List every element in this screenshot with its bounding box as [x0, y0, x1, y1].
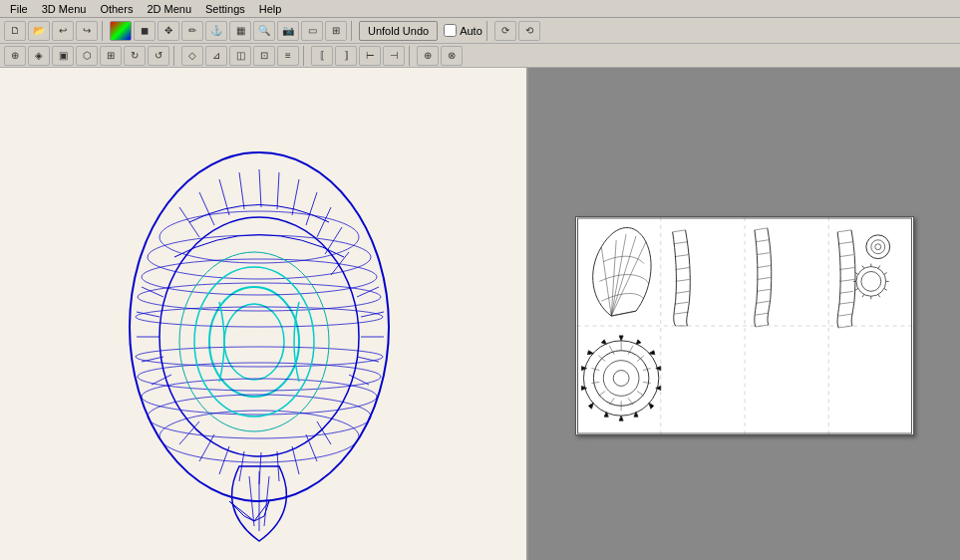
main-area [0, 68, 960, 560]
svg-line-24 [152, 375, 171, 385]
svg-line-66 [675, 291, 689, 293]
toolbar-row-1: 🗋 📂 ↩ ↪ ◼ ✥ ✏ ⚓ ▦ 🔍 📷 ▭ ⊞ Unfold Undo Au… [0, 18, 960, 44]
tb2-btn4[interactable]: ⬡ [76, 46, 98, 66]
svg-line-18 [357, 357, 379, 362]
svg-line-75 [756, 289, 770, 291]
tb2-btn18[interactable]: ⊗ [441, 46, 463, 66]
svg-line-104 [861, 266, 863, 269]
btn-cam[interactable]: 📷 [277, 21, 299, 41]
unfold-undo-button[interactable]: Unfold Undo [359, 21, 438, 41]
svg-line-119 [591, 382, 599, 383]
svg-point-47 [194, 267, 314, 417]
menu-help[interactable]: Help [253, 2, 288, 16]
sep2-2 [303, 46, 307, 66]
btn-undo[interactable]: ↩ [52, 21, 74, 41]
auto-checkbox[interactable] [444, 24, 457, 37]
3d-model-svg [100, 128, 419, 560]
tb2-btn12[interactable]: ≡ [277, 46, 299, 66]
sep2-3 [409, 46, 413, 66]
sep-2 [351, 21, 355, 41]
tb2-btn13[interactable]: ⟦ [311, 46, 333, 66]
menu-file[interactable]: File [4, 2, 34, 16]
svg-line-60 [611, 311, 636, 316]
svg-point-43 [160, 411, 359, 462]
btn-extra1[interactable]: ⟳ [494, 21, 516, 41]
svg-line-100 [861, 294, 863, 297]
btn-move[interactable]: ✥ [158, 21, 179, 41]
btn-extra2[interactable]: ⟲ [518, 21, 540, 41]
btn-rect[interactable]: ▭ [301, 21, 323, 41]
svg-line-72 [756, 253, 769, 255]
tb2-btn10[interactable]: ◫ [229, 46, 251, 66]
svg-line-56 [611, 240, 616, 316]
svg-point-36 [136, 307, 383, 327]
btn-select[interactable]: ▦ [229, 21, 251, 41]
viewport-2d[interactable] [528, 68, 960, 560]
tb2-btn11[interactable]: ⊡ [253, 46, 275, 66]
svg-line-25 [179, 421, 199, 444]
svg-line-101 [854, 288, 857, 290]
svg-line-80 [838, 242, 852, 244]
svg-line-8 [259, 169, 261, 207]
menu-3d[interactable]: 3D Menu [36, 2, 93, 16]
svg-point-88 [865, 235, 889, 259]
svg-line-114 [636, 391, 643, 396]
svg-line-63 [674, 255, 688, 257]
svg-point-41 [136, 347, 383, 367]
menu-2d[interactable]: 2D Menu [141, 2, 197, 16]
svg-line-94 [877, 266, 879, 269]
tb2-btn17[interactable]: ⊕ [417, 46, 439, 66]
tb2-btn7[interactable]: ↺ [148, 46, 169, 66]
btn-grid[interactable]: ⊞ [325, 21, 347, 41]
svg-line-62 [673, 242, 687, 244]
svg-line-86 [838, 314, 852, 316]
auto-checkbox-group: Auto [444, 24, 482, 37]
tb2-btn5[interactable]: ⊞ [100, 46, 122, 66]
auto-label: Auto [460, 25, 482, 37]
svg-point-89 [870, 240, 884, 254]
svg-line-97 [883, 288, 886, 290]
btn-zoom[interactable]: 🔍 [253, 21, 275, 41]
svg-line-76 [756, 301, 769, 303]
tb2-btn1[interactable]: ⊕ [4, 46, 26, 66]
svg-point-107 [603, 361, 639, 397]
btn-shape[interactable]: ◼ [134, 21, 156, 41]
tb2-btn15[interactable]: ⊢ [359, 46, 381, 66]
tb2-btn16[interactable]: ⊣ [383, 46, 405, 66]
tb2-btn2[interactable]: ◈ [28, 46, 50, 66]
svg-line-70 [754, 228, 767, 230]
svg-marker-50 [254, 501, 269, 521]
svg-point-37 [148, 235, 371, 279]
menu-others[interactable]: Others [94, 2, 139, 16]
viewport-3d[interactable] [0, 68, 528, 560]
menu-settings[interactable]: Settings [199, 2, 251, 16]
svg-line-77 [755, 313, 768, 315]
svg-line-23 [142, 357, 163, 362]
svg-point-38 [160, 211, 359, 263]
btn-pencil[interactable]: ✏ [181, 21, 203, 41]
svg-line-95 [883, 272, 886, 274]
tb2-btn9[interactable]: ⊿ [205, 46, 227, 66]
tb2-btn6[interactable]: ↻ [124, 46, 146, 66]
paper-sheet [575, 216, 914, 435]
tb2-btn3[interactable]: ▣ [52, 46, 74, 66]
svg-marker-49 [229, 501, 254, 521]
tb2-btn8[interactable]: ◇ [181, 46, 203, 66]
btn-redo[interactable]: ↪ [76, 21, 98, 41]
svg-line-55 [601, 247, 611, 316]
btn-new[interactable]: 🗋 [4, 21, 26, 41]
svg-line-71 [755, 240, 768, 242]
btn-open[interactable]: 📂 [28, 21, 50, 41]
svg-line-81 [839, 255, 853, 257]
svg-line-85 [838, 302, 853, 304]
svg-line-74 [757, 277, 770, 279]
svg-line-68 [674, 312, 688, 314]
tb2-btn14[interactable]: ⟧ [335, 46, 357, 66]
btn-anchor[interactable]: ⚓ [205, 21, 227, 41]
svg-line-5 [199, 192, 214, 225]
btn-color[interactable] [110, 21, 132, 41]
svg-line-15 [357, 287, 379, 297]
menu-bar: File 3D Menu Others 2D Menu Settings Hel… [0, 0, 960, 18]
sep-1 [102, 21, 106, 41]
svg-point-90 [874, 244, 880, 250]
